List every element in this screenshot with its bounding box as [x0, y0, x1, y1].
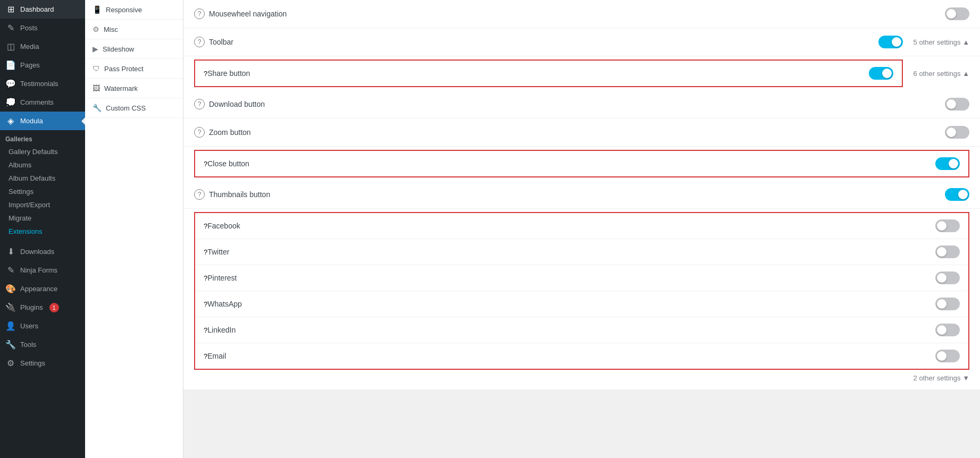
testimonials-icon: 💬 [5, 79, 16, 89]
label-whatsapp: WhatsApp [207, 300, 935, 308]
extensions-label: Extensions [9, 227, 43, 235]
toggle-track-mousewheel [945, 7, 969, 20]
toolbar-other-settings-text: 5 other settings [914, 38, 961, 46]
row-share-highlighted: ? Share button [194, 60, 903, 87]
sidebar-sub-import-export[interactable]: Import/Export [0, 198, 85, 211]
label-email: Email [207, 352, 935, 360]
toggle-pinterest[interactable] [935, 272, 960, 284]
toggle-track-pinterest [935, 272, 960, 284]
sidebar-label-pages: Pages [20, 61, 40, 69]
toggle-mousewheel-nav[interactable] [945, 7, 969, 20]
downloads-label: Downloads [20, 248, 54, 256]
toggle-whatsapp[interactable] [935, 298, 960, 310]
submenu-item-responsive[interactable]: 📱 Responsive [85, 0, 183, 20]
album-defaults-label: Album Defaults [9, 174, 55, 182]
help-icon-pinterest[interactable]: ? [204, 274, 207, 282]
toggle-close[interactable] [935, 157, 960, 170]
help-icon-download[interactable]: ? [194, 99, 205, 109]
submenu-item-pass-protect[interactable]: 🛡 Pass Protect [85, 59, 183, 79]
toggle-zoom[interactable] [945, 126, 969, 139]
sidebar-sub-extensions[interactable]: Extensions [0, 225, 85, 238]
sidebar-item-posts[interactable]: ✎ Posts [0, 19, 85, 37]
toggle-thumb-linkedin [937, 325, 947, 335]
submenu-label-pass-protect: Pass Protect [104, 65, 144, 73]
toggle-thumb-share [882, 69, 892, 78]
sidebar-item-settings-bottom[interactable]: ⚙ Settings [0, 354, 85, 372]
label-toolbar: Toolbar [209, 38, 878, 46]
help-icon-email[interactable]: ? [204, 352, 207, 360]
toggle-toolbar[interactable] [878, 36, 903, 48]
sidebar-item-pages[interactable]: 📄 Pages [0, 56, 85, 74]
settings-bottom-icon: ⚙ [5, 358, 16, 368]
sidebar-item-dashboard[interactable]: ⊞ Dashboard [0, 0, 85, 19]
help-icon-mousewheel[interactable]: ? [194, 9, 205, 19]
toggle-thumbnails[interactable] [945, 188, 969, 201]
users-icon: 👤 [5, 321, 16, 331]
sidebar-item-appearance[interactable]: 🎨 Appearance [0, 279, 85, 298]
toolbar-other-settings[interactable]: 5 other settings ▲ [914, 38, 969, 46]
sidebar-sub-albums[interactable]: Albums [0, 158, 85, 172]
help-icon-twitter[interactable]: ? [204, 248, 207, 256]
submenu-item-watermark[interactable]: 🖼 Watermark [85, 79, 183, 98]
label-pinterest: Pinterest [207, 274, 935, 282]
ninja-forms-label: Ninja Forms [20, 266, 57, 274]
sidebar-label-posts: Posts [20, 24, 38, 32]
row-mousewheel-nav: ? Mousewheel navigation [183, 0, 980, 28]
toggle-track-toolbar [878, 36, 903, 48]
toggle-facebook[interactable] [935, 219, 960, 232]
pages-icon: 📄 [5, 60, 16, 70]
help-icon-share[interactable]: ? [204, 70, 207, 78]
help-icon-facebook[interactable]: ? [204, 222, 207, 230]
submenu-label-custom: Custom CSS [106, 104, 146, 112]
toggle-thumb-close [949, 159, 958, 168]
sidebar-item-modula[interactable]: ◈ Modula [0, 112, 85, 130]
help-icon-zoom[interactable]: ? [194, 127, 205, 138]
settings-bottom-label: Settings [20, 359, 45, 367]
help-icon-close[interactable]: ? [204, 160, 207, 168]
gallery-defaults-label: Gallery Defaults [9, 148, 57, 156]
sidebar-item-testimonials[interactable]: 💬 Testimonials [0, 74, 85, 93]
row-close-container: ? Close button [183, 147, 980, 181]
sidebar-label-modula: Modula [20, 117, 43, 125]
toggle-twitter[interactable] [935, 245, 960, 258]
active-arrow [81, 117, 85, 125]
sidebar-item-ninja-forms[interactable]: ✎ Ninja Forms [0, 261, 85, 279]
toggle-linkedin[interactable] [935, 324, 960, 336]
help-icon-linkedin[interactable]: ? [204, 326, 207, 334]
posts-icon: ✎ [5, 23, 16, 33]
help-icon-thumbnails[interactable]: ? [194, 189, 205, 200]
label-download-button: Download button [209, 100, 945, 108]
sidebar-sub-album-defaults[interactable]: Album Defaults [0, 172, 85, 185]
sidebar-label-media: Media [20, 43, 39, 50]
sidebar-item-users[interactable]: 👤 Users [0, 317, 85, 335]
sidebar-item-downloads[interactable]: ⬇ Downloads [0, 242, 85, 261]
submenu-item-custom[interactable]: 🔧 Custom CSS [85, 98, 183, 118]
share-other-settings[interactable]: 6 other settings ▲ [914, 70, 969, 78]
label-share-button: Share button [207, 69, 868, 78]
social-other-settings[interactable]: 2 other settings ▼ [914, 374, 969, 382]
sidebar-item-tools[interactable]: 🔧 Tools [0, 335, 85, 354]
sidebar: ⊞ Dashboard ✎ Posts ◫ Media 📄 Pages 💬 Te… [0, 0, 85, 458]
sidebar-sub-migrate[interactable]: Migrate [0, 211, 85, 225]
submenu-item-misc[interactable]: ⚙ Misc [85, 20, 183, 39]
import-export-label: Import/Export [9, 201, 50, 209]
help-icon-whatsapp[interactable]: ? [204, 300, 207, 308]
submenu-label-responsive: Responsive [106, 6, 142, 14]
toggle-download[interactable] [945, 98, 969, 111]
settings-label: Settings [9, 188, 33, 196]
sidebar-item-comments[interactable]: 💭 Comments [0, 93, 85, 112]
submenu-label-slideshow: Slideshow [103, 45, 134, 53]
toggle-share[interactable] [869, 67, 893, 80]
sidebar-sub-gallery-defaults[interactable]: Gallery Defaults [0, 145, 85, 158]
toggle-track-thumbnails [945, 188, 969, 201]
submenu-item-slideshow[interactable]: ▶ Slideshow [85, 39, 183, 59]
sidebar-sub-settings[interactable]: Settings [0, 185, 85, 198]
social-other-settings-area: 2 other settings ▼ [194, 370, 969, 386]
toggle-thumb-zoom [947, 128, 956, 137]
toggle-track-zoom [945, 126, 969, 139]
watermark-icon: 🖼 [93, 84, 100, 92]
sidebar-item-plugins[interactable]: 🔌 Plugins 1 [0, 298, 85, 317]
help-icon-toolbar[interactable]: ? [194, 37, 205, 47]
sidebar-item-media[interactable]: ◫ Media [0, 37, 85, 56]
toggle-email[interactable] [935, 350, 960, 362]
